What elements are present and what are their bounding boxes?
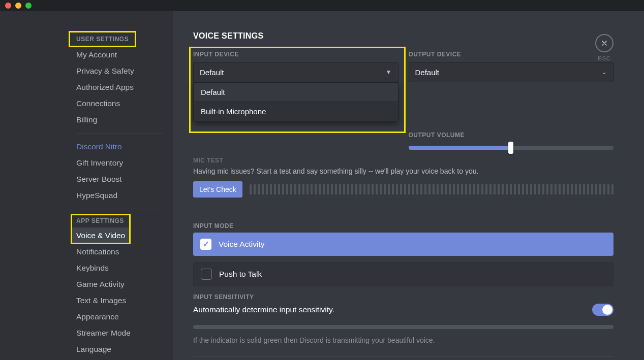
chevron-down-icon: ▼ <box>386 69 392 76</box>
sidebar-item-gift-inventory[interactable]: Gift Inventory <box>71 155 168 171</box>
input-device-label: INPUT DEVICE <box>193 51 398 58</box>
window-maximize-dot[interactable] <box>25 3 32 9</box>
page-title: VOICE SETTINGS <box>193 31 614 41</box>
app-settings-heading-highlight: APP SETTINGS Voice & Video <box>71 214 130 244</box>
output-device-select[interactable]: Default ⌄ <box>409 62 614 82</box>
mic-test-button[interactable]: Let's Check <box>193 181 242 198</box>
output-device-label: OUTPUT DEVICE <box>409 51 614 58</box>
sidebar-item-connections[interactable]: Connections <box>71 95 168 112</box>
input-device-option-builtin-mic[interactable]: Built-in Microphone <box>194 102 398 121</box>
input-device-select[interactable]: Default ▼ <box>193 62 398 82</box>
checkbox-checked-icon: ✓ <box>200 239 211 250</box>
input-mode-voice-activity[interactable]: ✓ Voice Activity <box>193 233 614 256</box>
sidebar-item-privacy-safety[interactable]: Privacy & Safety <box>71 63 168 79</box>
sidebar-item-billing[interactable]: Billing <box>71 112 168 128</box>
sidebar-item-discord-nitro[interactable]: Discord Nitro <box>71 139 168 155</box>
sidebar-item-language[interactable]: Language <box>71 341 168 357</box>
auto-sensitivity-toggle[interactable] <box>592 304 614 316</box>
window-minimize-dot[interactable] <box>15 3 21 9</box>
mic-test-meter <box>250 184 614 194</box>
sidebar-item-text-images[interactable]: Text & Images <box>71 292 168 309</box>
input-mode-push-to-talk[interactable]: Push to Talk <box>193 262 614 286</box>
sidebar-item-appearance[interactable]: Appearance <box>71 309 168 325</box>
window-close-dot[interactable] <box>5 3 11 9</box>
input-device-value: Default <box>200 68 224 77</box>
sensitivity-fine-print: If the indicator is solid green then Dis… <box>193 336 614 344</box>
sensitivity-indicator-bar <box>193 325 614 329</box>
chevron-down-icon: ⌄ <box>602 69 607 76</box>
mic-test-label: MIC TEST <box>193 157 614 164</box>
settings-sidebar: USER SETTINGS My Account Privacy & Safet… <box>0 11 173 360</box>
user-settings-heading: USER SETTINGS <box>71 32 134 46</box>
sidebar-item-streamer-mode[interactable]: Streamer Mode <box>71 325 168 341</box>
checkbox-unchecked-icon <box>201 269 212 280</box>
voice-activity-label: Voice Activity <box>219 240 264 249</box>
section-divider <box>193 356 614 357</box>
output-volume-slider[interactable] <box>409 146 614 150</box>
input-device-dropdown: Default Built-in Microphone <box>193 82 398 121</box>
settings-main-panel: ESC VOICE SETTINGS INPUT DEVICE Default … <box>173 11 644 360</box>
mic-test-help: Having mic issues? Start a test and say … <box>193 167 614 175</box>
sidebar-item-notifications[interactable]: Notifications <box>71 244 168 260</box>
input-device-block: INPUT DEVICE Default ▼ Default Built-in … <box>193 51 398 121</box>
input-sensitivity-label: INPUT SENSITIVITY <box>193 293 614 301</box>
macos-titlebar <box>0 0 644 11</box>
sidebar-divider <box>76 133 163 134</box>
sidebar-item-my-account[interactable]: My Account <box>71 47 168 63</box>
sidebar-item-keybinds[interactable]: Keybinds <box>71 260 168 276</box>
output-volume-block: OUTPUT VOLUME <box>409 132 614 150</box>
close-icon <box>600 39 608 47</box>
push-to-talk-label: Push to Talk <box>219 270 262 279</box>
output-device-block: OUTPUT DEVICE Default ⌄ <box>409 51 614 121</box>
sidebar-item-server-boost[interactable]: Server Boost <box>71 171 168 187</box>
user-settings-heading-highlight: USER SETTINGS <box>69 31 136 47</box>
input-device-option-default[interactable]: Default <box>194 83 398 102</box>
output-volume-label: OUTPUT VOLUME <box>409 132 614 139</box>
section-divider <box>193 210 614 210</box>
sidebar-divider <box>76 209 163 209</box>
app-settings-heading: APP SETTINGS <box>71 214 130 227</box>
sidebar-item-hypesquad[interactable]: HypeSquad <box>71 187 168 204</box>
sidebar-item-authorized-apps[interactable]: Authorized Apps <box>71 79 168 95</box>
input-mode-label: INPUT MODE <box>193 222 614 230</box>
output-device-value: Default <box>415 68 440 77</box>
auto-sensitivity-label: Automatically determine input sensitivit… <box>193 305 334 314</box>
sidebar-item-voice-video[interactable]: Voice & Video <box>71 227 130 244</box>
sidebar-item-game-activity[interactable]: Game Activity <box>71 276 168 292</box>
